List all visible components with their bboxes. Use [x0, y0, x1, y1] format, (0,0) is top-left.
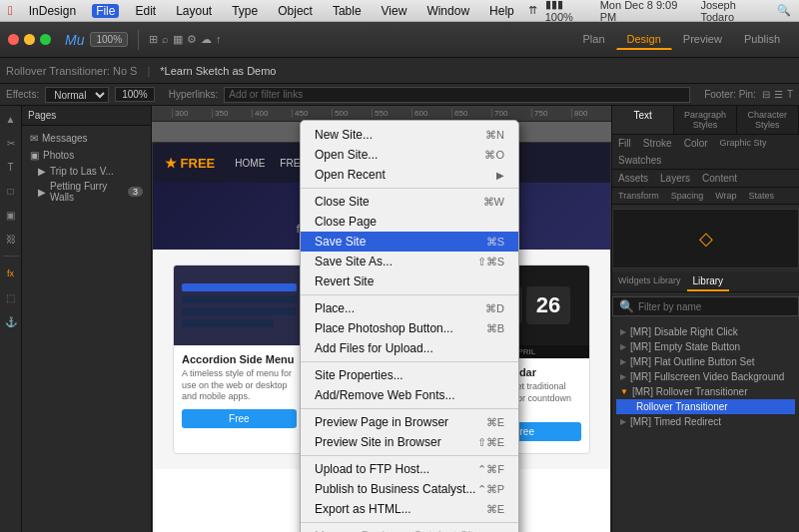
menu-web-fonts[interactable]: Add/Remove Web Fonts...: [301, 385, 518, 405]
tab-char-styles[interactable]: Character Styles: [737, 106, 799, 134]
menu-revert-site[interactable]: Revert Site: [301, 271, 518, 291]
widget-empty-state[interactable]: ▶ [MR] Empty State Button: [616, 339, 795, 354]
menubar-type[interactable]: Type: [228, 4, 262, 18]
tool-anchor[interactable]: ⚓: [2, 312, 20, 330]
menu-place-ps[interactable]: Place Photoshop Button... ⌘B: [301, 318, 518, 338]
menu-close-page[interactable]: Close Page: [301, 212, 518, 232]
menubar-view[interactable]: View: [378, 4, 411, 18]
grid-icon[interactable]: ▦: [173, 33, 183, 46]
menubar-file[interactable]: File: [92, 4, 119, 18]
card-accordion-btn[interactable]: Free: [182, 409, 297, 428]
menu-add-files[interactable]: Add Files for Upload...: [301, 338, 518, 358]
subtab-swatches[interactable]: Swatches: [612, 152, 667, 169]
hyperlinks-field[interactable]: Add or filter links: [224, 87, 690, 103]
widget-fullscreen-video[interactable]: ▶ [MR] Fullscreen Video Background: [616, 369, 795, 384]
tab-library[interactable]: Library: [687, 272, 730, 291]
tool-frame[interactable]: ⬚: [2, 288, 20, 306]
nav-home[interactable]: HOME: [235, 158, 265, 169]
ruler-tick-450: 450: [292, 109, 332, 118]
menu-save-site-shortcut: ⌘S: [486, 236, 504, 249]
widget-rollover-child[interactable]: Rollover Transitioner: [616, 399, 795, 414]
zoom-icon[interactable]: ⌕: [162, 33, 169, 46]
tool-link[interactable]: ⛓: [2, 230, 20, 248]
tab-paragraph-styles[interactable]: Paragraph Styles: [674, 106, 736, 134]
widget-rollover-parent[interactable]: ▼ [MR] Rollover Transitioner: [616, 384, 795, 399]
menubar-indesign[interactable]: InDesign: [25, 4, 80, 18]
tool-text[interactable]: T: [2, 158, 20, 176]
tab-plan[interactable]: Plan: [572, 29, 616, 50]
page-item-petting[interactable]: ▶ Petting Furry Walls 3: [34, 179, 147, 205]
tab-layers[interactable]: Layers: [654, 170, 696, 187]
tab-assets[interactable]: Assets: [612, 170, 654, 187]
tab-wrap[interactable]: Wrap: [709, 188, 742, 204]
subtab-fill[interactable]: Fill: [612, 135, 637, 152]
tool-select[interactable]: ▲: [2, 110, 20, 128]
menu-close-site[interactable]: Close Site ⌘W: [301, 192, 518, 212]
menu-site-props[interactable]: Site Properties...: [301, 365, 518, 385]
widget-timed-redirect[interactable]: ▶ [MR] Timed Redirect: [616, 414, 795, 429]
tool-shape[interactable]: □: [2, 182, 20, 200]
menu-publish-bc[interactable]: Publish to Business Catalyst... ⌃⌘P: [301, 479, 518, 499]
menu-place[interactable]: Place... ⌘D: [301, 298, 518, 318]
library-tabs: Widgets Library Library: [612, 272, 799, 292]
tool-fx[interactable]: fx: [2, 265, 20, 282]
menu-open-site-shortcut: ⌘O: [484, 149, 504, 162]
menu-save-site-as[interactable]: Save Site As... ⇧⌘S: [301, 252, 518, 271]
menu-preview-page[interactable]: Preview Page in Browser ⌘E: [301, 412, 518, 432]
menubar-edit[interactable]: Edit: [131, 4, 160, 18]
tab-spacing[interactable]: Spacing: [665, 188, 710, 204]
tab-transform[interactable]: Transform: [612, 188, 665, 204]
tab-content[interactable]: Content: [696, 170, 743, 187]
menubar-help[interactable]: Help: [485, 4, 518, 18]
align-icon[interactable]: ☰: [774, 89, 783, 100]
cloud-icon[interactable]: ☁: [201, 33, 212, 46]
widget-disable-rightclick[interactable]: ▶ [MR] Disable Right Click: [616, 324, 795, 339]
maximize-button[interactable]: [40, 34, 51, 45]
page-item-trip[interactable]: ▶ Trip to Las V...: [34, 164, 147, 179]
apple-icon[interactable]: : [8, 3, 13, 18]
menubar-layout[interactable]: Layout: [172, 4, 216, 18]
menu-save-site[interactable]: Save Site ⌘S: [301, 232, 518, 252]
menubar-window[interactable]: Window: [422, 4, 473, 18]
tab-text[interactable]: Text: [612, 106, 674, 134]
effects-percent[interactable]: 100%: [115, 87, 155, 102]
widget-flat-outline[interactable]: ▶ [MR] Flat Outline Button Set: [616, 354, 795, 369]
menu-export-html[interactable]: Export as HTML... ⌘E: [301, 499, 518, 519]
tab-widgets-library[interactable]: Widgets Library: [612, 272, 687, 291]
filter-input[interactable]: [638, 301, 792, 312]
close-button[interactable]: [8, 34, 19, 45]
minimize-button[interactable]: [24, 34, 35, 45]
menu-open-recent[interactable]: Open Recent ▶: [301, 165, 518, 185]
menu-upload-ftp[interactable]: Upload to FTP Host... ⌃⌘F: [301, 459, 518, 479]
share-icon[interactable]: ↑: [216, 33, 222, 46]
menu-export-html-label: Export as HTML...: [315, 502, 411, 516]
effects-dropdown[interactable]: Normal Multiply Screen: [45, 87, 109, 103]
settings-icon[interactable]: ⚙: [187, 33, 197, 46]
page-item-photos[interactable]: ▣ Photos: [26, 147, 147, 164]
menu-preview-site[interactable]: Preview Site in Browser ⇧⌘E: [301, 432, 518, 452]
breadcrumb-page: *Learn Sketch as Demo: [160, 65, 276, 77]
page-badge: 3: [128, 187, 143, 197]
zoom-level[interactable]: 100%: [90, 32, 128, 47]
search-icon[interactable]: 🔍: [777, 4, 791, 17]
menubar-object[interactable]: Object: [274, 4, 317, 18]
subtab-color[interactable]: Color: [678, 135, 714, 152]
panel-transform-tabs: Transform Spacing Wrap States: [612, 188, 799, 205]
tab-states[interactable]: States: [743, 188, 781, 204]
page-item-messages[interactable]: ✉ Messages: [26, 130, 147, 147]
app-logo-mu: Mu: [65, 32, 84, 48]
tool-crop[interactable]: ✂: [2, 134, 20, 152]
transform-icon[interactable]: ⊟: [762, 89, 770, 100]
add-page-icon[interactable]: ⊞: [149, 33, 158, 46]
tab-preview[interactable]: Preview: [672, 29, 733, 50]
menu-new-site[interactable]: New Site... ⌘N: [301, 125, 518, 145]
tool-image[interactable]: ▣: [2, 206, 20, 224]
file-menu[interactable]: New Site... ⌘N Open Site... ⌘O Open Rece…: [300, 120, 519, 532]
text-icon[interactable]: T: [787, 89, 793, 100]
menu-open-site[interactable]: Open Site... ⌘O: [301, 145, 518, 165]
subtab-stroke[interactable]: Stroke: [637, 135, 678, 152]
subtab-graphic-sty[interactable]: Graphic Sty: [714, 135, 773, 152]
tab-design[interactable]: Design: [616, 29, 672, 50]
menubar-table[interactable]: Table: [329, 4, 366, 18]
tab-publish[interactable]: Publish: [733, 29, 791, 50]
